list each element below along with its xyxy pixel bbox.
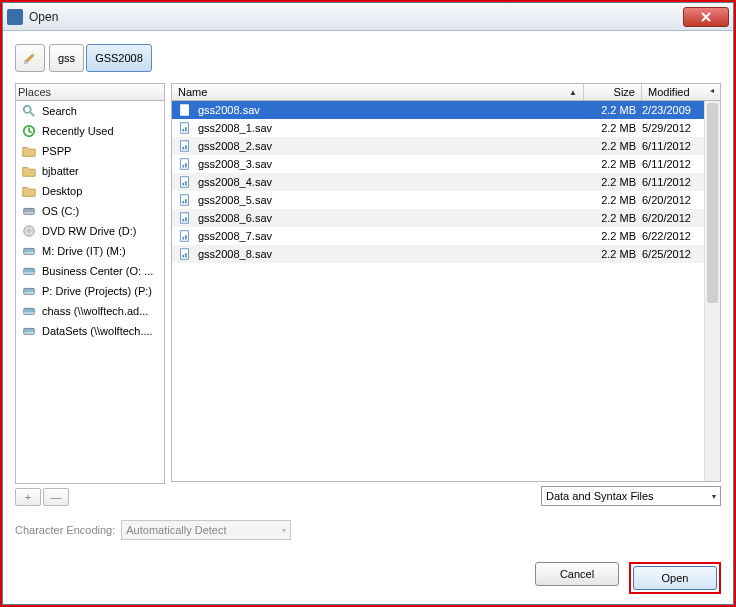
svg-rect-29 <box>185 163 187 167</box>
place-item[interactable]: DataSets (\\wolftech.... <box>16 321 164 341</box>
svg-rect-9 <box>24 252 35 255</box>
column-size[interactable]: Size <box>584 84 642 100</box>
path-bar: gssGSS2008 <box>15 41 721 75</box>
svg-rect-34 <box>182 201 184 204</box>
file-row[interactable]: gss2008.sav2.2 MB2/23/2009 <box>172 101 720 119</box>
place-item[interactable]: Recently Used <box>16 121 164 141</box>
place-item[interactable]: bjbatter <box>16 161 164 181</box>
file-name: gss2008_8.sav <box>198 248 578 260</box>
scrollbar[interactable] <box>704 101 720 481</box>
add-place-button[interactable]: + <box>15 488 41 506</box>
place-item[interactable]: OS (C:) <box>16 201 164 221</box>
place-item[interactable]: DVD RW Drive (D:) <box>16 221 164 241</box>
file-icon <box>178 175 192 189</box>
place-label: Search <box>42 105 77 117</box>
file-name: gss2008_6.sav <box>198 212 578 224</box>
svg-rect-15 <box>24 312 35 315</box>
cancel-button[interactable]: Cancel <box>535 562 619 586</box>
place-item[interactable]: M: Drive (IT) (M:) <box>16 241 164 261</box>
place-label: P: Drive (Projects) (P:) <box>42 285 152 297</box>
netdrive-icon <box>22 244 36 258</box>
file-row[interactable]: gss2008_5.sav2.2 MB6/20/2012 <box>172 191 720 209</box>
file-size: 2.2 MB <box>584 248 636 260</box>
places-panel: Places SearchRecently UsedPSPPbjbatterDe… <box>15 83 165 506</box>
file-icon <box>178 247 192 261</box>
svg-rect-24 <box>181 141 189 152</box>
place-label: bjbatter <box>42 165 79 177</box>
place-label: PSPP <box>42 145 71 157</box>
svg-rect-28 <box>182 165 184 168</box>
file-row[interactable]: gss2008_4.sav2.2 MB6/11/2012 <box>172 173 720 191</box>
svg-rect-23 <box>185 127 187 131</box>
file-name: gss2008_3.sav <box>198 158 578 170</box>
pencil-icon <box>24 50 36 66</box>
svg-rect-30 <box>181 177 189 188</box>
svg-rect-0 <box>25 61 27 63</box>
folder-icon <box>22 164 36 178</box>
file-name: gss2008.sav <box>198 104 578 116</box>
open-button-highlight: Open <box>629 562 721 594</box>
svg-rect-18 <box>181 105 189 116</box>
file-icon <box>178 103 192 117</box>
file-name: gss2008_5.sav <box>198 194 578 206</box>
column-name[interactable]: Name▲ <box>172 84 584 100</box>
places-list[interactable]: SearchRecently UsedPSPPbjbatterDesktopOS… <box>15 100 165 484</box>
path-segment[interactable]: GSS2008 <box>86 44 152 72</box>
path-segment[interactable]: gss <box>49 44 84 72</box>
remove-place-button[interactable]: — <box>43 488 69 506</box>
file-pane: Name▲ Size Modified◂ gss2008.sav2.2 MB2/… <box>171 83 721 506</box>
window-title: Open <box>29 10 683 24</box>
open-button[interactable]: Open <box>633 566 717 590</box>
place-label: M: Drive (IT) (M:) <box>42 245 126 257</box>
app-icon <box>7 9 23 25</box>
netdrive-icon <box>22 304 36 318</box>
file-row[interactable]: gss2008_2.sav2.2 MB6/11/2012 <box>172 137 720 155</box>
file-row[interactable]: gss2008_7.sav2.2 MB6/22/2012 <box>172 227 720 245</box>
file-row[interactable]: gss2008_3.sav2.2 MB6/11/2012 <box>172 155 720 173</box>
place-item[interactable]: P: Drive (Projects) (P:) <box>16 281 164 301</box>
file-size: 2.2 MB <box>584 212 636 224</box>
place-item[interactable]: PSPP <box>16 141 164 161</box>
place-label: DataSets (\\wolftech.... <box>42 325 153 337</box>
file-row[interactable]: gss2008_1.sav2.2 MB5/29/2012 <box>172 119 720 137</box>
svg-rect-17 <box>24 332 35 335</box>
scrollbar-thumb[interactable] <box>707 103 718 303</box>
file-size: 2.2 MB <box>584 140 636 152</box>
file-size: 2.2 MB <box>584 194 636 206</box>
svg-rect-26 <box>185 145 187 149</box>
file-row[interactable]: gss2008_6.sav2.2 MB6/20/2012 <box>172 209 720 227</box>
folder-icon <box>22 144 36 158</box>
place-item[interactable]: Business Center (O: ... <box>16 261 164 281</box>
file-icon <box>178 157 192 171</box>
place-item[interactable]: Desktop <box>16 181 164 201</box>
file-icon <box>178 121 192 135</box>
svg-rect-22 <box>182 129 184 132</box>
netdrive-icon <box>22 264 36 278</box>
file-name: gss2008_4.sav <box>198 176 578 188</box>
file-size: 2.2 MB <box>584 230 636 242</box>
place-item[interactable]: chass (\\wolftech.ad... <box>16 301 164 321</box>
file-icon <box>178 229 192 243</box>
svg-rect-19 <box>182 111 184 114</box>
file-type-select[interactable]: Data and Syntax Files ▾ <box>541 486 721 506</box>
svg-rect-37 <box>182 219 184 222</box>
encoding-label: Character Encoding: <box>15 524 115 536</box>
titlebar: Open <box>3 3 733 31</box>
file-icon <box>178 211 192 225</box>
close-button[interactable] <box>683 7 729 27</box>
drive-icon <box>22 204 36 218</box>
svg-rect-20 <box>185 109 187 113</box>
svg-rect-36 <box>181 213 189 224</box>
place-label: Recently Used <box>42 125 114 137</box>
svg-rect-35 <box>185 199 187 203</box>
column-modified[interactable]: Modified◂ <box>642 84 720 100</box>
file-list[interactable]: gss2008.sav2.2 MB2/23/2009gss2008_1.sav2… <box>171 100 721 482</box>
overflow-icon: ◂ <box>710 86 714 98</box>
recent-icon <box>22 124 36 138</box>
svg-rect-32 <box>185 181 187 185</box>
place-item[interactable]: Search <box>16 101 164 121</box>
folder-icon <box>22 184 36 198</box>
open-dialog: Open gssGSS2008 Places SearchRecently Us… <box>2 2 734 605</box>
file-row[interactable]: gss2008_8.sav2.2 MB6/25/2012 <box>172 245 720 263</box>
edit-path-button[interactable] <box>15 44 45 72</box>
